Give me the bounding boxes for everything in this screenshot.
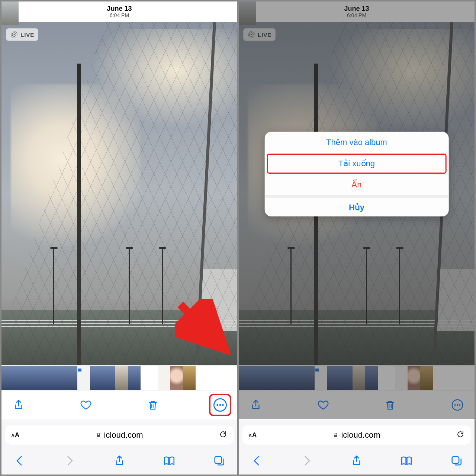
url-text: icloud.com — [104, 430, 143, 440]
browser-back-button[interactable] — [251, 454, 263, 469]
thumbnail[interactable] — [353, 366, 365, 390]
thumbnail[interactable] — [395, 366, 408, 390]
chevron-left-icon — [251, 454, 263, 467]
address-bar-area: AA icloud.com — [1, 419, 237, 448]
trash-icon — [147, 399, 159, 411]
svg-rect-15 — [334, 435, 337, 437]
address-bar-area: AA icloud.com — [239, 419, 475, 448]
photo-date: June 13 — [344, 5, 369, 13]
thumbnail-strip[interactable] — [1, 365, 237, 390]
tabs-icon — [450, 454, 463, 467]
thumbnail[interactable] — [340, 366, 353, 390]
delete-button[interactable] — [381, 396, 399, 414]
thumbnail[interactable] — [315, 366, 327, 390]
svg-rect-6 — [97, 435, 100, 437]
thumbnail[interactable] — [14, 366, 27, 390]
delete-button[interactable] — [144, 396, 162, 414]
lock-icon — [96, 432, 102, 438]
thumbnail[interactable] — [52, 366, 65, 390]
browser-tabs-button[interactable] — [450, 454, 463, 469]
thumbnail[interactable] — [170, 366, 183, 390]
reload-icon — [219, 430, 228, 439]
tabs-icon — [213, 454, 225, 467]
reload-button[interactable] — [456, 430, 465, 440]
thumbnail[interactable] — [1, 366, 14, 390]
share-button[interactable] — [10, 396, 28, 414]
thumbnail[interactable] — [420, 366, 433, 390]
live-label: LIVE — [20, 32, 34, 38]
favorite-button[interactable] — [77, 396, 95, 414]
thumbnail[interactable] — [408, 366, 420, 390]
thumbnail[interactable] — [183, 366, 196, 390]
hide-option[interactable]: Ẩn — [265, 174, 449, 195]
photo-time: 6:04 PM — [107, 13, 132, 18]
address-bar[interactable]: AA icloud.com — [5, 425, 234, 445]
thumbnail[interactable] — [327, 366, 340, 390]
trash-icon — [384, 399, 396, 411]
thumbnail[interactable] — [264, 366, 277, 390]
thumbnail[interactable] — [65, 366, 77, 390]
browser-tabs-button[interactable] — [213, 454, 225, 469]
reload-button[interactable] — [219, 430, 228, 440]
thumbnail[interactable] — [141, 366, 158, 390]
url-display: icloud.com — [333, 430, 380, 440]
live-label: LIVE — [258, 32, 271, 38]
reader-aa-button[interactable]: AA — [248, 431, 257, 439]
more-icon — [451, 399, 464, 411]
thumbnail[interactable] — [90, 366, 103, 390]
browser-forward-button — [63, 454, 76, 469]
browser-toolbar — [239, 448, 475, 475]
photo-date: June 13 — [107, 5, 132, 13]
thumbnail[interactable] — [239, 366, 251, 390]
svg-point-3 — [216, 404, 218, 406]
thumbnail[interactable] — [289, 366, 302, 390]
photo-viewer[interactable]: LIVE — [1, 22, 237, 365]
live-icon — [247, 30, 255, 39]
live-photo-badge[interactable]: LIVE — [243, 28, 276, 41]
share-icon — [250, 399, 262, 411]
address-bar[interactable]: AA icloud.com — [242, 425, 471, 445]
browser-back-button[interactable] — [13, 454, 26, 469]
url-text: icloud.com — [341, 430, 380, 440]
photo-header: June 13 6:04 PM — [239, 1, 475, 22]
thumbnail[interactable] — [378, 366, 395, 390]
thumbnail[interactable] — [158, 366, 170, 390]
svg-rect-16 — [452, 457, 459, 463]
book-icon — [163, 454, 176, 467]
thumbnail[interactable] — [103, 366, 115, 390]
browser-share-button[interactable] — [113, 454, 126, 469]
thumbnail-strip[interactable] — [239, 365, 475, 390]
chevron-left-icon — [13, 454, 26, 467]
reader-aa-button[interactable]: AA — [11, 431, 19, 439]
add-to-album-option[interactable]: Thêm vào album — [265, 132, 449, 153]
book-icon — [400, 454, 413, 467]
url-display: icloud.com — [96, 430, 143, 440]
browser-share-button[interactable] — [350, 454, 363, 469]
thumbnail[interactable] — [128, 366, 141, 390]
thumbnail[interactable] — [39, 366, 52, 390]
live-photo-badge[interactable]: LIVE — [6, 28, 38, 41]
photo-time: 6:04 PM — [344, 13, 369, 18]
more-button[interactable] — [211, 396, 229, 414]
more-icon — [213, 398, 228, 412]
thumbnail[interactable] — [302, 366, 315, 390]
thumbnail[interactable] — [27, 366, 39, 390]
svg-point-13 — [457, 404, 458, 406]
cancel-option[interactable]: Hủy — [265, 195, 449, 216]
browser-bookmarks-button[interactable] — [400, 454, 413, 469]
download-option[interactable]: Tải xuống — [265, 153, 449, 174]
browser-bookmarks-button[interactable] — [163, 454, 176, 469]
thumbnail[interactable] — [251, 366, 264, 390]
more-button[interactable] — [448, 396, 466, 414]
action-sheet: Thêm vào album Tải xuống Ẩn Hủy — [265, 132, 449, 216]
share-button[interactable] — [247, 396, 265, 414]
favorite-button[interactable] — [314, 396, 332, 414]
thumbnail[interactable] — [77, 366, 90, 390]
thumbnail[interactable] — [277, 366, 289, 390]
browser-toolbar — [1, 448, 237, 475]
thumbnail[interactable] — [115, 366, 128, 390]
share-icon — [113, 454, 126, 467]
header-title: June 13 6:04 PM — [344, 5, 369, 18]
svg-point-14 — [459, 404, 460, 406]
thumbnail[interactable] — [365, 366, 378, 390]
